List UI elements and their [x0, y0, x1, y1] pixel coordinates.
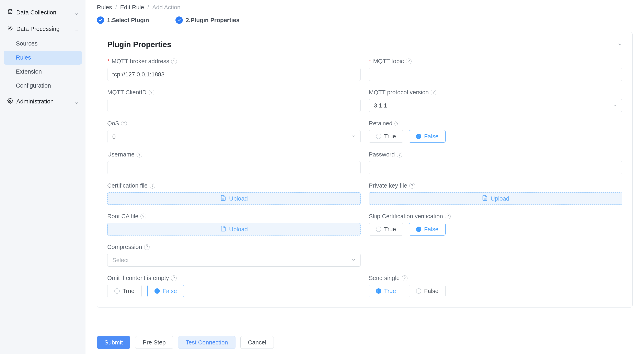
file-icon [220, 195, 226, 202]
compression-label: Compression? [107, 244, 361, 250]
help-icon[interactable]: ? [171, 58, 177, 64]
skip-verify-label: Skip Certification verification? [369, 213, 622, 220]
help-icon[interactable]: ? [140, 214, 146, 219]
help-icon[interactable]: ? [144, 244, 150, 250]
password-label: Password? [369, 151, 622, 158]
sidebar-item-configuration[interactable]: Configuration [4, 79, 82, 93]
skip-verify-false-radio[interactable]: False [409, 223, 446, 235]
help-icon[interactable]: ? [397, 152, 402, 158]
cancel-button[interactable]: Cancel [240, 336, 274, 349]
send-single-true-radio[interactable]: True [369, 285, 403, 297]
help-icon[interactable]: ? [148, 90, 154, 95]
omit-empty-label: Omit if content is empty? [107, 275, 361, 281]
topic-label: *MQTT topic? [369, 58, 622, 65]
client-id-label: MQTT ClientID? [107, 89, 361, 96]
help-icon[interactable]: ? [431, 90, 436, 95]
check-icon [176, 16, 183, 24]
protocol-select[interactable]: 3.1.1 [369, 99, 622, 112]
compression-select[interactable]: Select [107, 254, 361, 267]
sidebar-item-label: Data Collection [16, 9, 56, 16]
pre-step-button[interactable]: Pre Step [135, 336, 173, 349]
broker-address-input[interactable] [107, 68, 361, 81]
submit-button[interactable]: Submit [97, 336, 130, 349]
gear-icon [7, 98, 13, 105]
chevron-down-icon [74, 100, 78, 103]
username-label: Username? [107, 151, 361, 158]
help-icon[interactable]: ? [136, 152, 142, 158]
chevron-down-icon [74, 11, 78, 14]
card-title: Plugin Properties [107, 40, 172, 49]
check-icon [97, 16, 104, 24]
step-plugin-properties[interactable]: 2.Plugin Properties [176, 16, 239, 24]
root-ca-upload[interactable]: Upload [107, 223, 361, 235]
svg-point-2 [10, 100, 11, 102]
help-icon[interactable]: ? [121, 121, 127, 126]
sidebar-item-label: Administration [16, 98, 54, 105]
qos-label: QoS? [107, 120, 361, 127]
breadcrumb-item[interactable]: Rules [97, 4, 112, 11]
sidebar-item-sources[interactable]: Sources [4, 37, 82, 51]
retained-false-radio[interactable]: False [409, 130, 446, 143]
omit-empty-true-radio[interactable]: True [107, 285, 142, 297]
help-icon[interactable]: ? [445, 214, 451, 219]
help-icon[interactable]: ? [406, 58, 412, 64]
sidebar-item-data-processing[interactable]: Data Processing [4, 21, 82, 37]
send-single-label: Send single? [369, 275, 622, 281]
password-input[interactable] [369, 161, 622, 174]
skip-verify-true-radio[interactable]: True [369, 223, 403, 235]
key-file-upload[interactable]: Upload [369, 192, 622, 205]
send-single-false-radio[interactable]: False [409, 285, 446, 297]
sidebar: Data Collection Data Processing Sources … [0, 0, 86, 354]
sidebar-item-administration[interactable]: Administration [4, 94, 82, 109]
svg-point-0 [8, 9, 12, 11]
sidebar-item-data-collection[interactable]: Data Collection [4, 5, 82, 20]
breadcrumb: Rules / Edit Rule / Add Action [97, 4, 632, 11]
database-icon [7, 9, 13, 16]
chevron-up-icon [74, 27, 78, 31]
help-icon[interactable]: ? [409, 183, 415, 188]
sidebar-item-rules[interactable]: Rules [4, 51, 82, 65]
omit-empty-false-radio[interactable]: False [147, 285, 184, 297]
client-id-input[interactable] [107, 99, 361, 112]
chevron-down-icon[interactable] [617, 42, 622, 47]
help-icon[interactable]: ? [150, 183, 155, 188]
root-ca-label: Root CA file? [107, 213, 361, 220]
topic-input[interactable] [369, 68, 622, 81]
help-icon[interactable]: ? [394, 121, 400, 126]
help-icon[interactable]: ? [171, 275, 177, 281]
broker-address-label: *MQTT broker address? [107, 58, 361, 65]
retained-true-radio[interactable]: True [369, 130, 403, 143]
plugin-properties-card: Plugin Properties *MQTT broker address? … [97, 32, 632, 308]
main-content: Rules / Edit Rule / Add Action 1.Select … [86, 0, 644, 354]
help-icon[interactable]: ? [402, 275, 408, 281]
step-divider [151, 20, 174, 20]
footer-actions: Submit Pre Step Test Connection Cancel [86, 331, 644, 354]
file-icon [220, 226, 226, 233]
wizard-steps: 1.Select Plugin 2.Plugin Properties [97, 16, 632, 24]
test-connection-button[interactable]: Test Connection [178, 336, 236, 349]
breadcrumb-item-current: Add Action [152, 4, 180, 11]
sidebar-item-extension[interactable]: Extension [4, 65, 82, 79]
breadcrumb-item[interactable]: Edit Rule [120, 4, 144, 11]
username-input[interactable] [107, 161, 361, 174]
processing-icon [7, 25, 13, 32]
protocol-label: MQTT protocol version? [369, 89, 622, 96]
svg-point-1 [10, 28, 11, 29]
cert-file-upload[interactable]: Upload [107, 192, 361, 205]
sidebar-item-label: Data Processing [16, 26, 60, 32]
key-file-label: Private key file? [369, 182, 622, 189]
qos-select[interactable]: 0 [107, 130, 361, 143]
file-icon [482, 195, 488, 202]
step-select-plugin[interactable]: 1.Select Plugin [97, 16, 149, 24]
retained-label: Retained? [369, 120, 622, 127]
cert-file-label: Certification file? [107, 182, 361, 189]
